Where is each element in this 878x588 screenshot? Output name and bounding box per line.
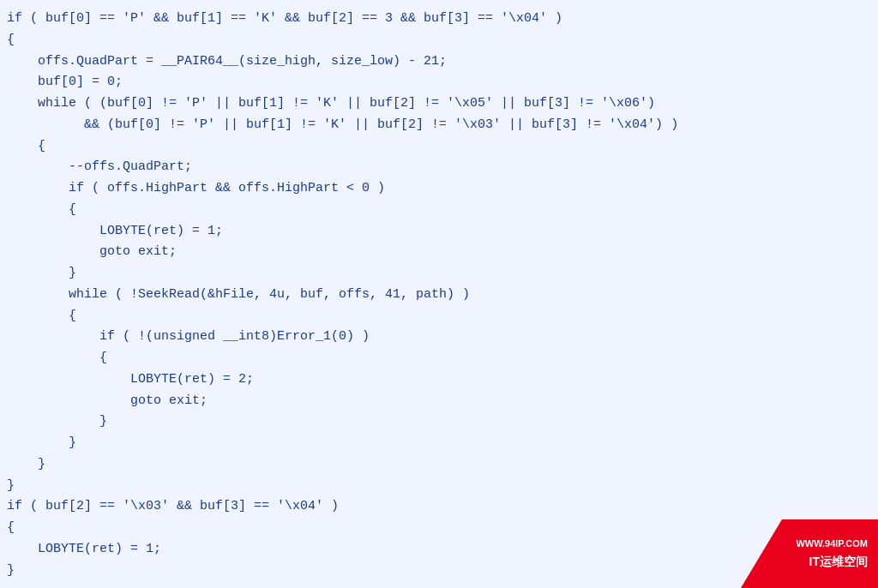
code-line: goto exit; <box>0 391 878 412</box>
code-line: if ( !(unsigned __int8)Error_1(0) ) <box>0 327 878 348</box>
code-line: if ( offs.HighPart && offs.HighPart < 0 … <box>0 178 878 200</box>
code-line: LOBYTE(ret) = 1; <box>0 221 878 243</box>
code-line: { <box>0 136 878 158</box>
code-line: if ( buf[0] == 'P' && buf[1] == 'K' && b… <box>0 9 878 30</box>
code-line: offs.QuadPart = __PAIR64__(size_high, si… <box>0 51 878 73</box>
watermark-title: IT运维空间 <box>809 552 868 571</box>
code-line: if ( buf[2] == '\x03' && buf[3] == '\x04… <box>0 496 878 518</box>
code-line: buf[0] = 0; <box>0 72 878 93</box>
code-line: while ( !SeekRead(&hFile, 4u, buf, offs,… <box>0 285 878 306</box>
watermark-url: WWW.94IP.COM <box>796 537 868 552</box>
code-line: } <box>0 561 878 582</box>
code-line: } <box>0 476 878 497</box>
code-line: } <box>0 263 878 285</box>
code-line: } <box>0 411 878 433</box>
code-line: && (buf[0] != 'P' || buf[1] != 'K' || bu… <box>0 115 878 136</box>
code-line: } <box>0 433 878 454</box>
code-line: { <box>0 348 878 369</box>
code-line: goto exit; <box>0 242 878 263</box>
code-line: LOBYTE(ret) = 1; <box>0 539 878 561</box>
code-line: } <box>0 454 878 476</box>
code-line: LOBYTE(ret) = 2; <box>0 369 878 391</box>
code-line: { <box>0 200 878 221</box>
code-line: while ( (buf[0] != 'P' || buf[1] != 'K' … <box>0 93 878 115</box>
code-line: { <box>0 30 878 51</box>
code-viewer: if ( buf[0] == 'P' && buf[1] == 'K' && b… <box>0 0 878 588</box>
code-line: --offs.QuadPart; <box>0 157 878 178</box>
code-lines: if ( buf[0] == 'P' && buf[1] == 'K' && b… <box>0 9 878 581</box>
code-line: { <box>0 306 878 327</box>
code-line: { <box>0 518 878 539</box>
